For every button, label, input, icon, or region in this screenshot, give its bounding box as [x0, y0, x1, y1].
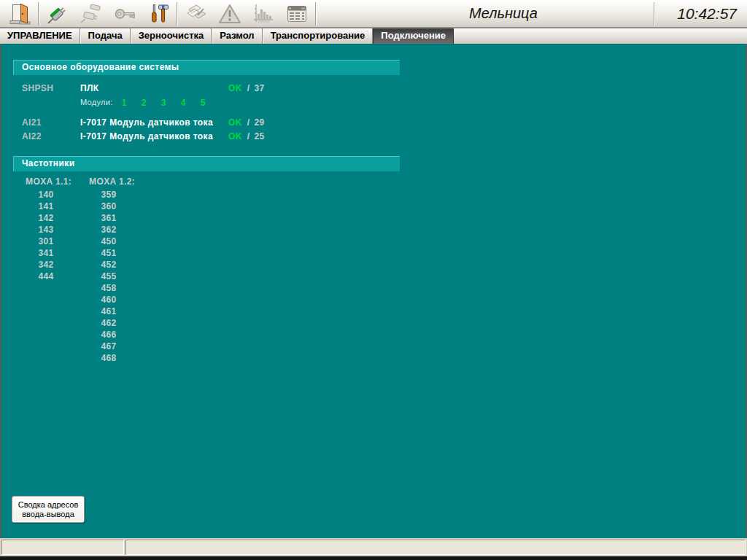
- tools-icon: [147, 2, 170, 26]
- plc-status-group: OK/37: [228, 83, 265, 93]
- moxa-address: 342: [22, 259, 70, 271]
- moxa-address: 450: [86, 236, 131, 247]
- plc-status: OK: [228, 83, 242, 93]
- device-status: OK: [228, 117, 242, 128]
- clock: 10:42:57: [677, 0, 737, 27]
- modules-row: Модули: 1 2 3 4 5: [0, 98, 747, 108]
- moxa-address: 468: [86, 352, 131, 364]
- moxa-address: 341: [22, 247, 70, 259]
- device-row: AI22 I-7017 Модуль датчиков тока OK/25: [0, 131, 747, 141]
- plug-connected-icon: [46, 2, 69, 26]
- moxa-address: 462: [86, 317, 131, 329]
- key-icon: [113, 2, 136, 26]
- plc-id: SHPSH: [22, 83, 53, 93]
- moxa-address: 458: [86, 282, 131, 294]
- scada-screen: Мельница 10:42:57 УПРАВЛЕНИЕ Подача Зерн…: [0, 0, 747, 560]
- device-id: AI22: [22, 131, 42, 141]
- main-area: Основное оборудование системы SHPSH ПЛК …: [0, 44, 747, 538]
- module-number: 1: [120, 98, 128, 108]
- panel-table-icon: [285, 2, 309, 26]
- status-bar: [0, 538, 747, 556]
- trends-button[interactable]: [247, 1, 280, 26]
- bottom-strip: [0, 556, 747, 560]
- io-summary-button-line1: Сводка адресов: [18, 500, 79, 510]
- moxa-address: 466: [86, 329, 131, 341]
- moxa-column-2: MOXA 1.2: 359 360 361 362 450 451 452 45…: [86, 176, 131, 364]
- device-status-group: OK/25: [228, 131, 265, 141]
- toolbar-separator: [315, 2, 317, 26]
- moxa-address: 360: [86, 201, 131, 212]
- device-value: 25: [255, 131, 265, 141]
- moxa-address: 444: [22, 271, 70, 282]
- device-id: AI21: [22, 117, 42, 128]
- tab-transportirovanie[interactable]: Транспортирование: [263, 28, 374, 44]
- io-summary-button-line2: ввода-вывода: [22, 510, 74, 519]
- tab-upravlenie[interactable]: УПРАВЛЕНИЕ: [0, 28, 80, 44]
- access-key-button[interactable]: [108, 1, 142, 26]
- moxa-address: 461: [86, 306, 131, 317]
- modules-label: Модули:: [80, 98, 113, 106]
- tab-podklyuchenie[interactable]: Подключение: [373, 28, 454, 44]
- exit-button[interactable]: [3, 1, 36, 26]
- tab-zernoochistka[interactable]: Зерноочистка: [131, 28, 212, 44]
- moxa-address: 451: [86, 247, 131, 259]
- window-title: Мельница: [336, 0, 671, 27]
- report-button[interactable]: [179, 1, 213, 26]
- moxa-address: 141: [22, 201, 70, 212]
- toolbar-separator: [177, 2, 178, 26]
- device-name: I-7017 Модуль датчиков тока: [80, 117, 213, 128]
- section-header-equipment: Основное оборудование системы: [13, 60, 400, 75]
- chart-icon: [252, 2, 275, 26]
- moxa-column-2-header: MOXA 1.2:: [86, 176, 131, 189]
- moxa-address: 301: [22, 236, 70, 247]
- status-panel-left: [1, 540, 124, 555]
- plc-row: SHPSH ПЛК OK/37: [0, 83, 747, 93]
- io-summary-button[interactable]: Сводка адресов ввода-вывода: [12, 496, 85, 523]
- status-separator: /: [247, 117, 250, 128]
- moxa-address: 362: [86, 224, 131, 236]
- warning-icon: [218, 2, 241, 26]
- status-separator: /: [247, 131, 250, 141]
- moxa-column-1-header: MOXA 1.1:: [22, 176, 70, 189]
- plug-disconnected-icon: [80, 2, 103, 26]
- moxa-address: 467: [86, 341, 131, 352]
- plc-name: ПЛК: [80, 83, 99, 93]
- module-number: 3: [159, 98, 168, 108]
- toolbar: Мельница 10:42:57: [0, 0, 747, 28]
- status-separator: /: [247, 83, 250, 93]
- service-tools-button[interactable]: [142, 1, 175, 26]
- plc-value: 37: [255, 83, 265, 93]
- moxa-address: 359: [86, 189, 131, 201]
- device-status: OK: [228, 131, 242, 141]
- exit-door-icon: [8, 2, 31, 26]
- tab-razmol[interactable]: Размол: [212, 28, 262, 44]
- moxa-address: 143: [22, 224, 70, 236]
- module-number: 2: [139, 98, 148, 108]
- status-panel-right: [125, 540, 746, 555]
- toolbar-separator: [654, 2, 655, 26]
- tab-podacha[interactable]: Подача: [80, 28, 131, 44]
- module-number: 4: [179, 98, 187, 108]
- device-row: AI21 I-7017 Модуль датчиков тока OK/29: [0, 117, 747, 128]
- moxa-column-1: MOXA 1.1: 140 141 142 143 301 341 342 44…: [22, 176, 70, 282]
- report-sign-icon: [185, 2, 208, 26]
- tab-bar: УПРАВЛЕНИЕ Подача Зерноочистка Размол Тр…: [0, 28, 747, 44]
- device-name: I-7017 Модуль датчиков тока: [80, 131, 213, 141]
- device-status-group: OK/29: [228, 117, 265, 128]
- alarms-button[interactable]: [213, 1, 247, 26]
- toolbar-separator: [38, 2, 39, 26]
- moxa-address: 452: [86, 259, 131, 271]
- disconnect-button[interactable]: [74, 1, 108, 26]
- moxa-address: 361: [86, 212, 131, 224]
- connect-button[interactable]: [41, 1, 74, 26]
- settings-panel-button[interactable]: [280, 1, 314, 26]
- moxa-address: 140: [22, 189, 70, 201]
- moxa-address: 460: [86, 294, 131, 306]
- moxa-address: 455: [86, 271, 131, 282]
- moxa-address: 142: [22, 212, 70, 224]
- module-number: 5: [198, 98, 207, 108]
- device-value: 29: [255, 117, 265, 128]
- section-header-frequency: Частотники: [13, 156, 400, 171]
